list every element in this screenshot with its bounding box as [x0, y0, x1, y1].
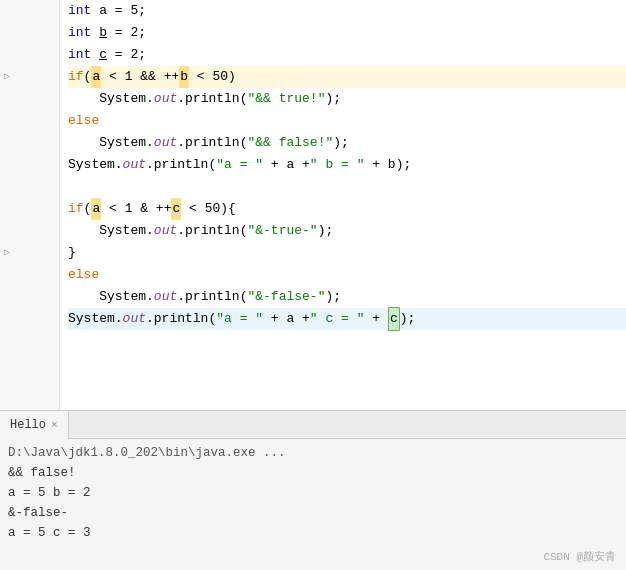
highlight-c-1: c [171, 198, 181, 220]
string-3: "a = " [216, 154, 263, 176]
string-6: "&-false-" [247, 286, 325, 308]
terminal-line-4: a = 5 c = 3 [8, 523, 618, 543]
terminal-line-1: && false! [8, 463, 618, 483]
out-italic-6: out [123, 308, 146, 330]
code-line-15: System.out.println("a = " + a +" c = " +… [68, 308, 626, 330]
string-5: "&-true-" [247, 220, 317, 242]
out-italic-2: out [154, 132, 177, 154]
terminal-panel: Hello × D:\Java\jdk1.8.0_202\bin\java.ex… [0, 410, 626, 570]
code-line-5: System.out.println("&& true!"); [68, 88, 626, 110]
code-line-3: int c = 2; [68, 44, 626, 66]
code-line-10: if(a < 1 & ++c < 50){ [68, 198, 626, 220]
out-italic-1: out [154, 88, 177, 110]
keyword-else-1: else [68, 110, 99, 132]
highlight-c-2: c [388, 307, 400, 331]
var-b-decl: b [99, 22, 107, 44]
code-content: int a = 5; int b = 2; int c = 2; if(a < … [60, 0, 626, 410]
code-line-13: else [68, 264, 626, 286]
keyword-if-1: if [68, 66, 84, 88]
line-gutter: ▷ ▷ [0, 0, 60, 410]
code-line-9 [68, 176, 626, 198]
gutter-arrow-2: ▷ [4, 242, 10, 264]
string-2: "&& false!" [247, 132, 333, 154]
code-line-8: System.out.println("a = " + a +" b = " +… [68, 154, 626, 176]
terminal-wrapper: Hello × D:\Java\jdk1.8.0_202\bin\java.ex… [0, 410, 626, 570]
string-8: " c = " [310, 308, 365, 330]
string-7: "a = " [216, 308, 263, 330]
code-line-6: else [68, 110, 626, 132]
code-line-12: } [68, 242, 626, 264]
string-1: "&& true!" [247, 88, 325, 110]
watermark: CSDN @颜安青 [543, 549, 616, 564]
code-editor: ▷ ▷ int a = 5; int b = 2; int c = 2; if(… [0, 0, 626, 410]
out-italic-5: out [154, 286, 177, 308]
terminal-tab-bar: Hello × [0, 411, 626, 439]
terminal-tab-label: Hello [10, 418, 46, 432]
highlight-b-1: b [179, 66, 189, 88]
keyword-int-2: int [68, 22, 91, 44]
terminal-output: D:\Java\jdk1.8.0_202\bin\java.exe ... &&… [0, 439, 626, 570]
highlight-a-2: a [91, 198, 101, 220]
code-line-1: int a = 5; [68, 0, 626, 22]
keyword-if-2: if [68, 198, 84, 220]
code-line-11: System.out.println("&-true-"); [68, 220, 626, 242]
keyword-int-1: int [68, 0, 91, 22]
terminal-line-2: a = 5 b = 2 [8, 483, 618, 503]
out-italic-4: out [154, 220, 177, 242]
keyword-int-3: int [68, 44, 91, 66]
terminal-line-3: &-false- [8, 503, 618, 523]
terminal-tab-hello[interactable]: Hello × [0, 411, 69, 439]
terminal-tab-close[interactable]: × [51, 419, 58, 431]
string-4: " b = " [310, 154, 365, 176]
out-italic-3: out [123, 154, 146, 176]
var-c-decl: c [99, 44, 107, 66]
code-line-2: int b = 2; [68, 22, 626, 44]
terminal-path: D:\Java\jdk1.8.0_202\bin\java.exe ... [8, 443, 618, 463]
code-line-14: System.out.println("&-false-"); [68, 286, 626, 308]
code-line-7: System.out.println("&& false!"); [68, 132, 626, 154]
code-line-4: if(a < 1 && ++b < 50) [68, 66, 626, 88]
gutter-arrow-1: ▷ [4, 66, 10, 88]
keyword-else-2: else [68, 264, 99, 286]
highlight-a-1: a [91, 66, 101, 88]
